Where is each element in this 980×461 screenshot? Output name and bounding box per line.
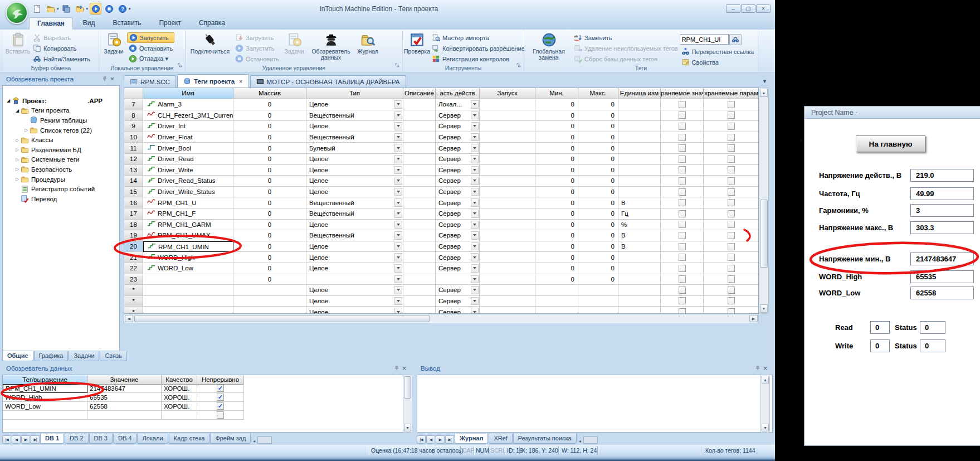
cell-name[interactable]: RPM_CH1_U: [143, 197, 233, 208]
cell-description[interactable]: [403, 132, 436, 143]
dropdown-icon[interactable]: [471, 231, 479, 240]
dropdown-icon[interactable]: [394, 177, 402, 185]
io-status-value-Write[interactable]: [920, 339, 945, 352]
cell-scope[interactable]: Сервер: [436, 187, 480, 198]
cell-type[interactable]: Целое: [306, 165, 403, 176]
dropdown-icon[interactable]: [471, 308, 479, 314]
cell-name[interactable]: Driver_Write_Status: [143, 187, 233, 198]
dropdown-icon[interactable]: [471, 111, 479, 120]
cell-min[interactable]: 0: [535, 230, 578, 241]
home-button[interactable]: На главную: [856, 135, 925, 152]
dropdown-icon[interactable]: [471, 177, 479, 185]
checkbox[interactable]: [728, 101, 735, 108]
column-header-храняемые парам[interactable]: храняемые парам: [704, 88, 759, 99]
dropdown-icon[interactable]: [471, 122, 479, 130]
cell-max[interactable]: 0: [578, 274, 618, 285]
cell-scope[interactable]: Сервер: [436, 197, 480, 208]
cell-min[interactable]: 0: [535, 208, 578, 220]
checkbox[interactable]: [728, 254, 735, 261]
dropdown-icon[interactable]: [471, 166, 479, 174]
cell-unit[interactable]: [618, 132, 661, 143]
cell-name[interactable]: Driver_Bool: [143, 143, 233, 154]
cell-min[interactable]: 0: [535, 154, 578, 165]
cell-array[interactable]: 0: [233, 241, 306, 253]
dropdown-icon[interactable]: [394, 198, 402, 207]
dropdown-icon[interactable]: [471, 198, 479, 207]
Копировать-button[interactable]: Копировать: [31, 43, 92, 54]
cell-startup[interactable]: [480, 143, 535, 154]
row-number[interactable]: 11: [124, 143, 143, 154]
row-number[interactable]: 15: [124, 187, 143, 198]
cell-min[interactable]: 0: [535, 121, 578, 132]
cell-array[interactable]: 0: [233, 197, 306, 208]
cell-description[interactable]: [403, 143, 436, 154]
checkbox[interactable]: [679, 210, 686, 217]
column-header-Запуск[interactable]: Запуск: [480, 88, 535, 99]
cell-unit[interactable]: В: [618, 197, 661, 208]
cell-description[interactable]: [403, 154, 436, 165]
cell-unit[interactable]: Гц: [618, 208, 661, 220]
checkbox[interactable]: [728, 308, 735, 314]
cell-description[interactable]: [403, 230, 436, 241]
cell-name[interactable]: RPM_CH1_F: [143, 208, 233, 220]
column-header-Имя[interactable]: Имя: [143, 88, 233, 99]
cell-scope[interactable]: Сервер: [436, 110, 480, 122]
cell-unit[interactable]: [618, 263, 661, 274]
output-nav-icon[interactable]: ▶|: [445, 435, 454, 444]
cell-unit[interactable]: [618, 176, 661, 187]
cell-scope[interactable]: [436, 274, 480, 285]
cell-startup[interactable]: [480, 263, 535, 274]
cell-description[interactable]: [403, 121, 436, 132]
minimize-button[interactable]: –: [726, 4, 740, 13]
checkbox[interactable]: [728, 210, 735, 217]
checkbox[interactable]: [679, 199, 686, 206]
cell-description[interactable]: [403, 296, 436, 307]
tree-expander-icon[interactable]: ▷: [14, 177, 21, 182]
tree-item-Режимтаблицы[interactable]: Режим таблицы: [3, 115, 119, 125]
row-number[interactable]: 10: [124, 132, 143, 143]
tree-expander-icon[interactable]: ▷: [14, 138, 21, 143]
cell-description[interactable]: [403, 197, 436, 208]
cell-startup[interactable]: [480, 121, 535, 132]
tree-item-Списоктегов22[interactable]: ▷Список тегов (22): [3, 125, 119, 135]
watch-scroll-stub[interactable]: [257, 436, 272, 444]
row-number[interactable]: 7: [124, 99, 143, 110]
app-orb-button[interactable]: [6, 2, 28, 24]
checkbox[interactable]: [728, 188, 735, 196]
watch-column-Непрерывно[interactable]: Непрерывно: [197, 375, 244, 385]
ribbon-tab-Вид[interactable]: Вид: [75, 17, 103, 30]
dialog-launcher-icon[interactable]: [516, 61, 522, 71]
pin-icon[interactable]: [754, 365, 761, 372]
watch-tag[interactable]: WORD_High: [3, 393, 87, 402]
cell-startup[interactable]: [480, 187, 535, 198]
checkbox[interactable]: ✓: [217, 385, 224, 392]
cell-max[interactable]: 0: [578, 230, 618, 241]
checkbox[interactable]: [679, 177, 686, 185]
row-number[interactable]: 13: [124, 165, 143, 176]
row-number[interactable]: 8: [124, 110, 143, 122]
Заменить-button[interactable]: abчасЗаменить: [572, 32, 680, 43]
doc-tab-Теги проекта[interactable]: Теги проекта×: [177, 74, 249, 88]
tab-close-icon[interactable]: ×: [239, 78, 242, 85]
column-header-Описание[interactable]: Описание: [403, 88, 436, 99]
cell-startup[interactable]: [480, 220, 535, 231]
table-horizontal-scrollbar[interactable]: ◀ ▶: [124, 314, 759, 323]
checkbox[interactable]: [728, 221, 735, 228]
column-header-Макс.[interactable]: Макс.: [578, 88, 618, 99]
cell-description[interactable]: [403, 110, 436, 122]
tree-item-Безопасность[interactable]: ▷Безопасность: [3, 164, 119, 174]
cell-max[interactable]: [578, 285, 618, 296]
cell-array[interactable]: [233, 307, 306, 314]
new-doc-button[interactable]: [31, 3, 43, 14]
cell-unit[interactable]: %: [618, 220, 661, 231]
Подключиться-button[interactable]: Подключиться: [187, 31, 233, 65]
cell-scope[interactable]: Сервер: [436, 132, 480, 143]
qat-customize-icon[interactable]: ▾: [129, 7, 131, 11]
Регистрация контролов-button[interactable]: Регистрация контролов: [430, 54, 526, 64]
runtime-field-Напряжение макс., В[interactable]: [910, 221, 974, 234]
dropdown-icon[interactable]: [394, 231, 402, 240]
row-number[interactable]: 19: [124, 230, 143, 241]
tree-expander-icon[interactable]: ▷: [14, 167, 21, 172]
cell-name[interactable]: Driver_Float: [143, 132, 233, 143]
cell-type[interactable]: Целое: [306, 296, 403, 307]
